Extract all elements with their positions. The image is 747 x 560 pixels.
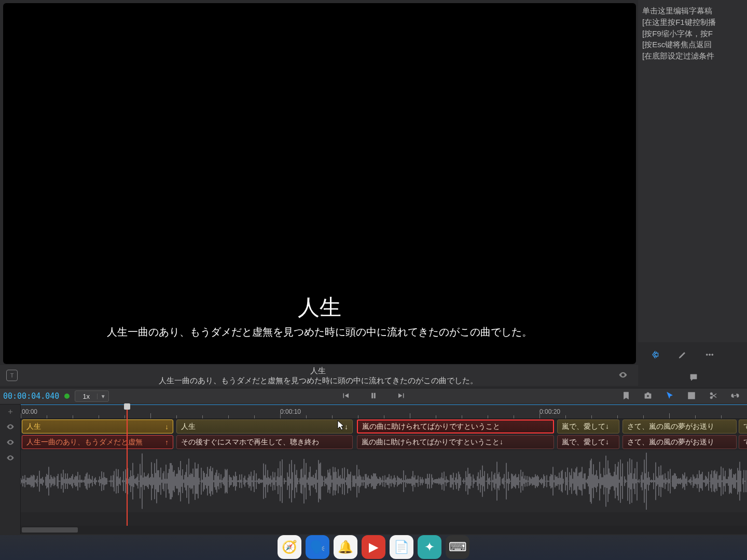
- next-frame-button[interactable]: [397, 391, 406, 402]
- timeline: 00:00 0:00:10 0:00:20 人生↓ 人生↓ 嵐の曲に助けられてば…: [0, 404, 747, 534]
- scissors-icon[interactable]: [709, 391, 718, 402]
- camera-icon[interactable]: [643, 391, 653, 402]
- svg-point-1: [709, 354, 711, 356]
- svg-point-2: [712, 354, 713, 356]
- dock-app-icon[interactable]: ✦: [418, 535, 441, 559]
- visibility-eye-icon[interactable]: [618, 370, 633, 381]
- more-icon[interactable]: [703, 348, 716, 361]
- preview-subtitle-secondary: 人生一曲のあり、もうダメだと虚無を見つめた時に頭の中に流れてきたのがこの曲でした…: [107, 325, 532, 339]
- status-dot-icon: [64, 394, 70, 399]
- readout-line1: 人生: [18, 366, 618, 376]
- svg-point-3: [647, 395, 649, 397]
- subtitle-clip[interactable]: 嵐の曲に助けられてばかりですということ: [357, 419, 554, 433]
- subtitle-clip[interactable]: 嵐の曲に助けられてばかりですということ↓: [357, 435, 554, 449]
- dock-app-icon[interactable]: 🗣️: [306, 535, 329, 559]
- dock-app-icon[interactable]: 📄: [390, 535, 413, 559]
- subtitle-clip[interactable]: 人生↓: [22, 419, 173, 433]
- mouse-cursor-icon: [337, 420, 344, 430]
- prev-frame-button[interactable]: [341, 391, 350, 402]
- pause-button[interactable]: [369, 391, 378, 402]
- subtitle-clip[interactable]: て: [739, 435, 747, 449]
- subtitle-clip[interactable]: 嵐で、愛して↓: [557, 419, 619, 433]
- dock-app-icon[interactable]: ▶: [362, 535, 385, 559]
- timeline-scrollbar[interactable]: [21, 526, 747, 534]
- readout-line2: 人生一曲のあり、もうダメだと虚無を見つめた時に頭の中に流れてきたのがこの曲でした…: [18, 375, 618, 386]
- chevron-down-icon: ▼: [97, 394, 108, 399]
- track-visibility-icon[interactable]: [0, 435, 20, 450]
- speed-value: 1x: [75, 393, 97, 400]
- scrollbar-thumb[interactable]: [22, 527, 78, 533]
- subtitle-track-2[interactable]: 人生一曲のあり、もうダメだと虚無↑ その後すぐにスマホで再生して、聴き終わ 嵐の…: [21, 435, 747, 450]
- timeline-gutter: [0, 404, 21, 534]
- return-arrow-icon[interactable]: [649, 348, 662, 361]
- pencil-icon[interactable]: [676, 348, 689, 361]
- macos-dock: 🧭 🗣️ 🔔 ▶ 📄 ✦ ⌨: [0, 535, 747, 560]
- track-visibility-icon[interactable]: [0, 450, 20, 466]
- timecode-display[interactable]: 00:00:04.040: [0, 391, 59, 401]
- subtitle-readout-bar: T 人生 人生一曲のあり、もうダメだと虚無を見つめた時に頭の中に流れてきたのがこ…: [0, 365, 638, 386]
- edit-box-icon[interactable]: [687, 391, 696, 402]
- timeline-body[interactable]: 00:00 0:00:10 0:00:20 人生↓ 人生↓ 嵐の曲に助けられてば…: [21, 404, 747, 534]
- subtitle-clip[interactable]: さて、嵐の風の夢がお送り: [622, 419, 737, 433]
- hint-line: [在底部设定过滤条件: [642, 50, 743, 62]
- ruler-label: 00:00: [22, 408, 37, 415]
- svg-point-0: [706, 354, 708, 356]
- playback-speed-select[interactable]: 1x ▼: [75, 390, 109, 402]
- dock-app-icon[interactable]: 🔔: [334, 535, 357, 559]
- link-icon[interactable]: [730, 391, 740, 402]
- preview-subtitle-primary: 人生: [298, 293, 341, 322]
- subtitle-clip[interactable]: て: [739, 419, 747, 433]
- playhead[interactable]: [127, 404, 128, 526]
- dock-app-icon[interactable]: ⌨: [446, 535, 469, 559]
- cursor-tool-icon[interactable]: [665, 391, 674, 402]
- subtitle-editor-panel[interactable]: 单击这里编辑字幕稿 [在这里按F1键控制播 [按F9缩小字体，按F [按Esc键…: [638, 0, 747, 342]
- subtitle-clip[interactable]: さて、嵐の風の夢がお送り: [622, 435, 737, 449]
- side-tool-strip: [640, 343, 747, 389]
- transport-bar: 00:00:04.040 1x ▼: [0, 388, 747, 404]
- track-visibility-icon[interactable]: [0, 419, 20, 435]
- comment-icon[interactable]: [687, 371, 700, 384]
- subtitle-track-1[interactable]: 人生↓ 人生↓ 嵐の曲に助けられてばかりですということ 嵐で、愛して↓ さて、嵐…: [21, 419, 747, 435]
- bookmark-icon[interactable]: [621, 391, 631, 402]
- video-preview[interactable]: 人生 人生一曲のあり、もうダメだと虚無を見つめた時に頭の中に流れてきたのがこの曲…: [3, 3, 636, 364]
- add-track-button[interactable]: [0, 404, 20, 419]
- ruler-label: 0:00:20: [540, 408, 560, 415]
- hint-line: [按F9缩小字体，按F: [642, 28, 743, 39]
- text-frame-icon[interactable]: T: [6, 370, 18, 381]
- dock-app-icon[interactable]: 🧭: [278, 535, 301, 559]
- subtitle-clip[interactable]: 嵐で、愛して↓: [557, 435, 619, 449]
- subtitle-clip[interactable]: 人生↓: [176, 419, 353, 433]
- subtitle-clip[interactable]: その後すぐにスマホで再生して、聴き終わ: [176, 435, 353, 449]
- ruler-label: 0:00:10: [280, 408, 301, 415]
- hint-line: [按Esc键将焦点返回: [642, 39, 743, 50]
- hint-line: [在这里按F1键控制播: [642, 17, 743, 28]
- subtitle-clip[interactable]: 人生一曲のあり、もうダメだと虚無↑: [22, 435, 173, 449]
- audio-waveform[interactable]: [21, 450, 747, 512]
- hint-line: 单击这里编辑字幕稿: [642, 5, 743, 17]
